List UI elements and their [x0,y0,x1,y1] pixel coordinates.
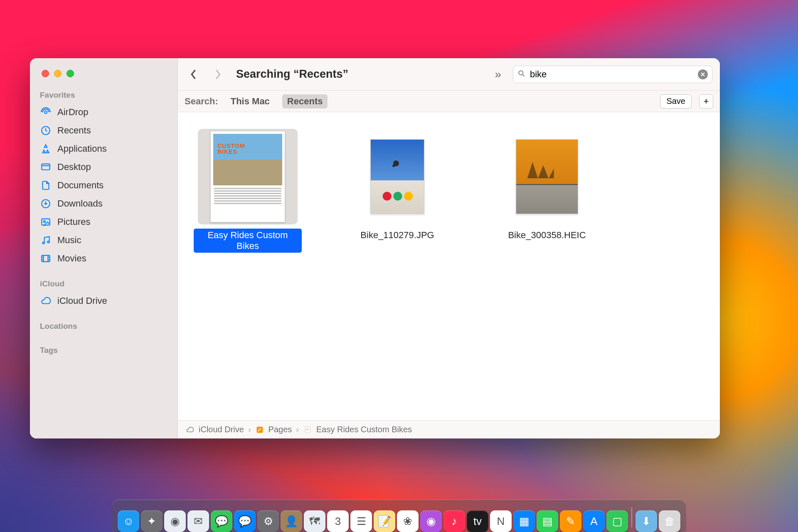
file-name: Bike_110279.JPG [356,229,438,242]
file-item[interactable]: Bike_300358.HEIC [489,129,605,242]
dock-app-numbers[interactable]: ▤ [537,510,558,532]
add-criteria-button[interactable]: + [699,94,713,108]
toolbar: Searching “Recents” » [178,58,720,91]
file-item[interactable]: Bike_110279.JPG [339,129,456,242]
file-thumbnail [347,129,447,224]
pictures-icon [40,216,52,228]
dock-app-podcasts[interactable]: ◉ [420,510,442,532]
svg-rect-2 [42,164,50,170]
desktop-icon [40,161,52,173]
sidebar-item-icloud-drive[interactable]: iCloud Drive [30,292,177,310]
zoom-button[interactable] [66,70,74,77]
chevron-right-icon: › [248,425,251,434]
dock-app-mail[interactable]: ✉ [187,510,209,532]
save-search-button[interactable]: Save [660,94,692,108]
music-icon [40,234,52,246]
sidebar-item-label: Recents [57,125,91,136]
sidebar-item-pictures[interactable]: Pictures [30,213,177,231]
svg-point-9 [519,71,523,75]
dock-app-chat-blue[interactable]: 💬 [234,510,256,532]
section-favorites: Favorites [30,89,177,103]
dock-app-facetime[interactable]: ▢ [606,510,628,532]
dock-app-appstore[interactable]: A [583,510,605,532]
scope-this-mac[interactable]: This Mac [226,94,275,108]
svg-point-0 [44,111,47,114]
toolbar-overflow-button[interactable]: » [490,68,505,81]
sidebar-item-label: Pictures [57,217,90,227]
finder-window: Favorites AirDrop Recents Applications D… [30,58,720,438]
dock-app-downloads-stack[interactable]: ⬇ [635,510,657,532]
downloads-icon [40,198,52,209]
dock-app-maps[interactable]: 🗺 [304,510,325,532]
search-scope-bar: Search: This Mac Recents Save + [178,91,720,112]
path-segment[interactable]: iCloud Drive [199,425,244,434]
sidebar-item-applications[interactable]: Applications [30,140,177,158]
sidebar-item-music[interactable]: Music [30,231,177,249]
cloud-icon [40,295,52,307]
sidebar-item-desktop[interactable]: Desktop [30,158,177,176]
sidebar-item-label: Music [57,235,81,246]
clock-icon [40,125,52,136]
svg-rect-8 [42,255,50,261]
sidebar-item-label: Movies [57,253,86,264]
main-pane: Searching “Recents” » Search: This Mac R… [178,58,720,438]
dock-app-notes[interactable]: 📝 [374,510,395,532]
svg-rect-11 [305,426,310,433]
svg-point-5 [44,221,45,222]
dock-app-launchpad[interactable]: ✦ [141,510,163,532]
applications-icon [40,143,52,155]
scope-recents[interactable]: Recents [282,94,328,108]
sidebar-item-documents[interactable]: Documents [30,176,177,195]
chevron-right-icon: › [296,425,299,434]
window-title: Searching “Recents” [236,68,483,81]
sidebar-item-label: Documents [57,180,103,191]
sidebar-item-downloads[interactable]: Downloads [30,195,177,213]
svg-point-6 [42,242,44,244]
airdrop-icon [40,106,52,118]
dock-app-preferences[interactable]: ⚙ [257,510,279,532]
sidebar-item-recents[interactable]: Recents [30,121,177,140]
search-field[interactable] [513,66,712,83]
search-input[interactable] [530,69,694,80]
path-segment[interactable]: Easy Rides Custom Bikes [316,425,412,434]
sidebar-item-airdrop[interactable]: AirDrop [30,103,177,121]
dock-app-photos[interactable]: ❀ [397,510,419,532]
forward-button[interactable] [209,66,226,83]
clear-search-button[interactable] [698,69,708,79]
back-button[interactable] [185,66,202,83]
document-icon [40,180,52,191]
svg-point-7 [47,241,49,243]
dock-app-contacts[interactable]: 👤 [281,510,302,532]
dock-app-reminders[interactable]: ☰ [350,510,372,532]
dock-app-safari[interactable]: ◉ [164,510,186,532]
pages-app-icon [255,425,264,434]
section-icloud: iCloud [30,278,177,292]
path-bar: iCloud Drive › Pages › Easy Rides Custom… [178,420,720,438]
cloud-icon [185,425,195,434]
close-button[interactable] [42,70,49,77]
dock-app-messages[interactable]: 💬 [211,510,232,532]
minimize-button[interactable] [54,70,62,77]
dock-app-trash[interactable]: 🗑 [659,510,680,532]
dock-app-finder[interactable]: ☺ [118,510,139,532]
section-locations: Locations [30,320,177,334]
dock-separator [631,507,632,527]
dock-app-news[interactable]: N [490,510,512,532]
window-controls [30,68,177,89]
dock-app-tv[interactable]: tv [467,510,488,532]
movies-icon [40,253,52,264]
section-tags: Tags [30,344,177,358]
results-grid: Easy Rides Custom Bikes Bike_110279.JPG … [178,112,720,420]
sidebar-item-label: AirDrop [57,107,89,118]
dock-app-keynote[interactable]: ▦ [513,510,535,532]
file-name: Bike_300358.HEIC [504,229,590,242]
file-item[interactable]: Easy Rides Custom Bikes [190,129,306,253]
sidebar-item-label: Applications [57,143,107,154]
file-name: Easy Rides Custom Bikes [194,229,302,253]
dock-app-calendar[interactable]: 3 [327,510,349,532]
pages-doc-icon [303,425,312,434]
path-segment[interactable]: Pages [268,425,292,434]
sidebar-item-movies[interactable]: Movies [30,249,177,268]
dock-app-pages[interactable]: ✎ [560,510,581,532]
dock-app-music[interactable]: ♪ [443,510,465,532]
